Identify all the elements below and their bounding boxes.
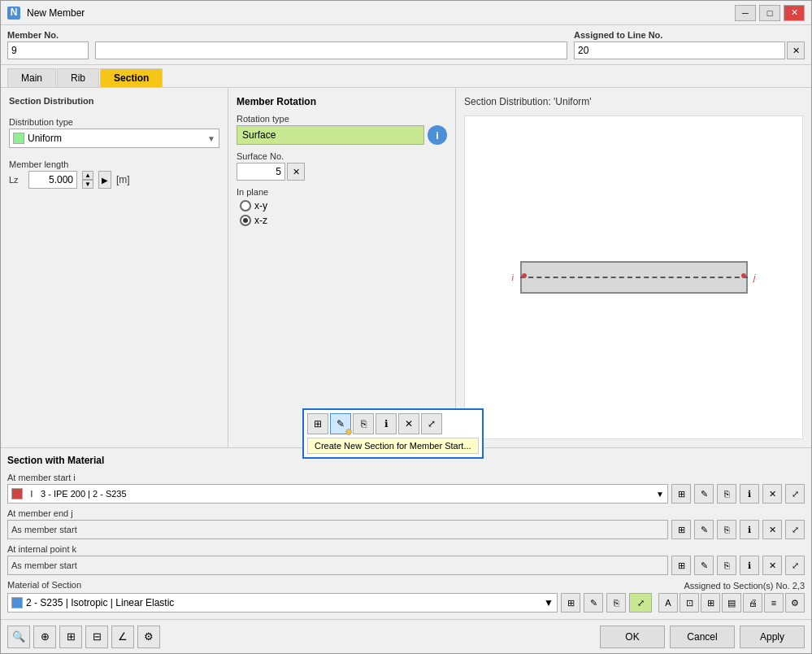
distribution-type-dropdown[interactable]: Uniform ▼ xyxy=(9,129,219,148)
minimize-button[interactable]: ─ xyxy=(735,5,756,21)
member-end-btn6[interactable]: ⤢ xyxy=(785,520,805,539)
snap-icon-btn[interactable]: ⊟ xyxy=(85,626,108,648)
angle-icon-btn[interactable]: ∠ xyxy=(111,626,134,648)
extra-btn3[interactable]: ⊞ xyxy=(701,593,720,613)
extra-btn6[interactable]: ≡ xyxy=(764,593,784,613)
material-color-indicator xyxy=(11,597,23,608)
member-no-group: Member No. xyxy=(7,30,89,59)
member-start-btn4[interactable]: ℹ xyxy=(740,484,759,504)
member-start-section-icon: I xyxy=(26,488,37,499)
member-end-btn5[interactable]: ✕ xyxy=(762,520,782,539)
coords-icon-btn[interactable]: ⊕ xyxy=(33,626,56,648)
material-btn3[interactable]: ⎘ xyxy=(606,593,626,613)
popup-btn-library[interactable]: ⊞ xyxy=(307,413,328,434)
lz-input[interactable] xyxy=(28,171,77,189)
tab-rib[interactable]: Rib xyxy=(57,68,99,87)
member-end-row: At member end j As member start ⊞ ✎ ⎘ ℹ … xyxy=(7,508,805,539)
member-start-btn3[interactable]: ⎘ xyxy=(717,484,736,504)
beam-center-line xyxy=(520,277,748,278)
popup-toolbar-buttons: ⊞ ✎ ⎘ ℹ ✕ ⤢ xyxy=(307,413,479,434)
popup-btn-link[interactable]: ⤢ xyxy=(421,413,442,434)
internal-point-btn5[interactable]: ✕ xyxy=(762,556,782,575)
extra-btn7[interactable]: ⚙ xyxy=(785,593,805,613)
maximize-button[interactable]: □ xyxy=(759,5,780,21)
search-icon-btn[interactable]: 🔍 xyxy=(7,626,30,648)
assigned-input[interactable] xyxy=(574,41,785,59)
material-value: 2 - S235 | Isotropic | Linear Elastic xyxy=(26,597,174,608)
top-fields-row: Member No. Assigned to Line No. ✕ xyxy=(1,25,811,65)
internal-point-btn2[interactable]: ✎ xyxy=(694,556,714,575)
popup-tooltip: Create New Section for Member Start... xyxy=(307,438,479,454)
member-start-btn5[interactable]: ✕ xyxy=(762,484,782,504)
radio-xz[interactable]: x-z xyxy=(240,215,447,226)
settings-icon-btn[interactable]: ⚙ xyxy=(137,626,160,648)
radio-xz-dot xyxy=(243,218,248,223)
tab-section[interactable]: Section xyxy=(100,68,163,87)
inplane-label: In plane xyxy=(237,187,447,197)
member-start-dropdown[interactable]: I 3 - IPE 200 | 2 - S235 ▼ xyxy=(7,484,668,504)
extra-btn5[interactable]: 🖨 xyxy=(743,593,762,613)
member-end-btn3[interactable]: ⎘ xyxy=(717,520,736,539)
beam-label-i: i xyxy=(512,272,514,282)
member-end-btn4[interactable]: ℹ xyxy=(740,520,759,539)
radio-xy[interactable]: x-y xyxy=(240,200,447,211)
material-dropdown[interactable]: 2 - S235 | Isotropic | Linear Elastic ▼ xyxy=(7,593,558,613)
member-start-btn2[interactable]: ✎ xyxy=(694,484,714,504)
apply-button[interactable]: Apply xyxy=(740,626,805,648)
popup-toolbar: ⊞ ✎ ⎘ ℹ ✕ ⤢ Create New Section for Membe… xyxy=(302,408,484,459)
member-start-label: At member start i xyxy=(7,473,805,482)
radio-xz-label: x-z xyxy=(254,215,267,226)
rotation-info-button[interactable]: i xyxy=(428,125,447,145)
material-assign-btn[interactable]: ⤢ xyxy=(629,593,652,613)
tab-bar: Main Rib Section xyxy=(1,65,811,88)
surface-no-input[interactable] xyxy=(237,163,285,181)
internal-point-label: At internal point k xyxy=(7,544,805,554)
inplane-radio-group: x-y x-z xyxy=(237,200,447,226)
close-button[interactable]: ✕ xyxy=(784,5,805,21)
lz-arrow-button[interactable]: ▶ xyxy=(98,171,111,189)
rotation-type-value: Surface xyxy=(242,129,276,141)
assigned-clear-button[interactable]: ✕ xyxy=(787,41,805,59)
surface-no-input-group: ✕ xyxy=(237,163,447,181)
material-btn1[interactable]: ⊞ xyxy=(561,593,580,613)
material-dropdown-arrow: ▼ xyxy=(544,597,554,608)
member-end-btn2[interactable]: ✎ xyxy=(694,520,714,539)
extra-btn2[interactable]: ⊡ xyxy=(680,593,699,613)
middle-field-input[interactable] xyxy=(95,41,567,59)
member-start-btn1[interactable]: ⊞ xyxy=(671,484,691,504)
internal-point-btn6[interactable]: ⤢ xyxy=(785,556,805,575)
popup-btn-new[interactable]: ✎ xyxy=(330,413,351,434)
main-window: N New Member ─ □ ✕ Member No. Assigned t… xyxy=(0,0,812,654)
extra-btn1[interactable]: A xyxy=(658,593,678,613)
extra-btn4[interactable]: ▤ xyxy=(722,593,741,613)
popup-btn-info[interactable]: ℹ xyxy=(376,413,397,434)
tab-main[interactable]: Main xyxy=(7,68,56,87)
material-btn2[interactable]: ✎ xyxy=(584,593,603,613)
radio-xy-label: x-y xyxy=(254,200,267,211)
window-title: New Member xyxy=(27,7,728,19)
svg-text:N: N xyxy=(11,7,18,18)
lz-spin-buttons: ▲ ▼ xyxy=(82,171,93,189)
member-end-btn1[interactable]: ⊞ xyxy=(671,520,691,539)
lz-input-group: Lz ▲ ▼ ▶ [m] xyxy=(9,171,219,189)
lz-decrement-button[interactable]: ▼ xyxy=(82,180,93,189)
member-start-btn6[interactable]: ⤢ xyxy=(785,484,805,504)
internal-point-btn1[interactable]: ⊞ xyxy=(671,556,691,575)
section-diagram-title: Section Distribution: 'Uniform' xyxy=(464,96,803,107)
beam-label-j: j xyxy=(753,272,755,282)
internal-point-value: As member start xyxy=(7,556,668,575)
grid-icon-btn[interactable]: ⊞ xyxy=(59,626,82,648)
surface-no-clear-button[interactable]: ✕ xyxy=(287,163,305,181)
lz-increment-button[interactable]: ▲ xyxy=(82,171,93,180)
internal-point-btn3[interactable]: ⎘ xyxy=(717,556,736,575)
cancel-button[interactable]: Cancel xyxy=(670,626,735,648)
ok-button[interactable]: OK xyxy=(600,626,665,648)
popup-btn-delete[interactable]: ✕ xyxy=(398,413,419,434)
popup-btn-copy[interactable]: ⎘ xyxy=(353,413,374,434)
material-section: Material of Section Assigned to Section(… xyxy=(7,580,805,613)
internal-point-btn4[interactable]: ℹ xyxy=(740,556,759,575)
member-no-input[interactable] xyxy=(7,41,89,59)
distribution-color-indicator xyxy=(13,133,24,144)
internal-point-controls: As member start ⊞ ✎ ⎘ ℹ ✕ ⤢ xyxy=(7,556,805,575)
beam-dot-i xyxy=(522,273,527,278)
